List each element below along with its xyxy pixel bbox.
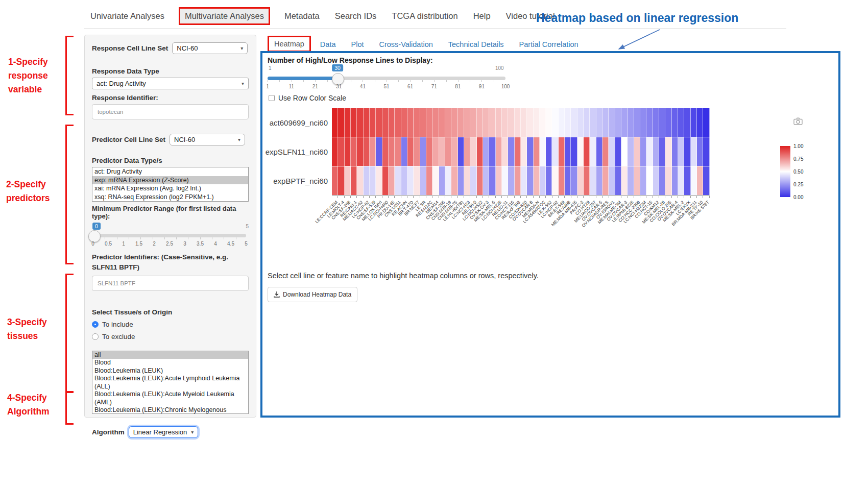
heatmap-cell[interactable] <box>640 108 646 137</box>
listbox-option[interactable]: xai: mRNA Expression (Avg. log2 Int.) <box>92 184 248 193</box>
heatmap-cell[interactable] <box>489 137 495 166</box>
heatmap-cell[interactable] <box>332 108 338 137</box>
heatmap-cell[interactable] <box>577 108 584 137</box>
heatmap-cell[interactable] <box>672 108 678 137</box>
heatmap-cell[interactable] <box>540 137 546 166</box>
listbox-option[interactable]: Blood:Leukemia (LEUK):Acute Myeloid Leuk… <box>92 391 248 406</box>
heatmap-cell[interactable] <box>678 108 684 137</box>
heatmap-cell[interactable] <box>678 137 684 166</box>
heatmap-cell[interactable] <box>634 137 640 166</box>
heatmap-cell[interactable] <box>432 108 439 137</box>
row-color-scale-checkbox[interactable]: Use Row Color Scale <box>269 94 346 102</box>
listbox-option[interactable]: Blood:Leukemia (LEUK) <box>92 367 248 375</box>
heatmap-cell[interactable] <box>665 166 671 195</box>
heatmap-cell[interactable] <box>571 108 577 137</box>
heatmap-cell[interactable] <box>615 166 621 195</box>
heatmap-cell[interactable] <box>345 166 351 195</box>
tissue-exclude-radio[interactable]: To exclude <box>92 333 249 340</box>
heatmap-cell[interactable] <box>389 166 395 195</box>
listbox-option[interactable]: Blood <box>92 359 248 367</box>
heatmap-cell[interactable] <box>703 108 709 137</box>
heatmap-cell[interactable] <box>483 137 489 166</box>
heatmap-cell[interactable] <box>432 137 439 166</box>
heatmap-cell[interactable] <box>364 166 370 195</box>
heatmap-cell[interactable] <box>559 166 565 195</box>
heatmap-cell[interactable] <box>521 137 527 166</box>
heatmap-cell[interactable] <box>439 137 445 166</box>
heatmap-cell[interactable] <box>672 166 678 195</box>
heatmap-cell[interactable] <box>364 108 370 137</box>
heatmap-cell[interactable] <box>496 166 502 195</box>
heatmap-row-label[interactable]: expSLFN11_nci60 <box>262 148 328 156</box>
response-data-type-select[interactable]: act: Drug Activity▾ <box>92 78 249 89</box>
heatmap-cell[interactable] <box>577 166 584 195</box>
heatmap-cell[interactable] <box>646 166 653 195</box>
heatmap-cell[interactable] <box>407 166 414 195</box>
heatmap-cell[interactable] <box>489 108 495 137</box>
heatmap-cell[interactable] <box>426 166 432 195</box>
heatmap-cell[interactable] <box>521 108 527 137</box>
heatmap-cell[interactable] <box>703 166 709 195</box>
heatmap-cell[interactable] <box>464 166 470 195</box>
heatmap-cell[interactable] <box>445 166 451 195</box>
heatmap-cell[interactable] <box>470 166 476 195</box>
heatmap-cell[interactable] <box>609 108 615 137</box>
download-heatmap-data-button[interactable]: Download Heatmap Data <box>268 287 357 302</box>
heatmap-cell[interactable] <box>596 137 602 166</box>
heatmap-cell[interactable] <box>596 108 602 137</box>
heatmap-cell[interactable] <box>451 108 457 137</box>
heatmap-cell[interactable] <box>477 166 483 195</box>
heatmap-cell[interactable] <box>665 108 671 137</box>
listbox-option[interactable]: Blood:Leukemia (LEUK):Chronic Myelogenou… <box>92 406 248 414</box>
heatmap-cell[interactable] <box>546 108 552 137</box>
heatmap-cell[interactable] <box>546 166 552 195</box>
heatmap-cell[interactable] <box>496 108 502 137</box>
heatmap-cell[interactable] <box>508 137 514 166</box>
heatmap-cell[interactable] <box>628 137 634 166</box>
heatmap-cell[interactable] <box>646 137 653 166</box>
heatmap-cell[interactable] <box>552 166 558 195</box>
heatmap-cell[interactable] <box>515 108 521 137</box>
listbox-option[interactable]: exp: mRNA Expression (Z-Score) <box>92 176 248 185</box>
heatmap-cell[interactable] <box>483 108 489 137</box>
heatmap-cell[interactable] <box>602 166 609 195</box>
tissue-include-radio[interactable]: To include <box>92 321 249 328</box>
tab-cross-validation[interactable]: Cross-Validation <box>373 37 439 52</box>
nav-item-multivariate-analyses[interactable]: Multivariate Analyses <box>179 7 270 25</box>
heatmap-cell[interactable] <box>401 108 407 137</box>
heatmap-cell[interactable] <box>565 137 571 166</box>
heatmap-cell[interactable] <box>672 137 678 166</box>
heatmap-grid[interactable] <box>332 108 710 196</box>
heatmap-cell[interactable] <box>376 137 382 166</box>
listbox-option[interactable]: all <box>92 351 248 359</box>
heatmap-cell[interactable] <box>684 137 690 166</box>
heatmap-cell[interactable] <box>364 137 370 166</box>
heatmap-cell[interactable] <box>590 108 596 137</box>
heatmap-cell[interactable] <box>534 137 540 166</box>
heatmap-cell[interactable] <box>621 108 628 137</box>
heatmap-cell[interactable] <box>382 108 389 137</box>
predictor-identifiers-input[interactable] <box>92 276 249 291</box>
heatmap-cell[interactable] <box>345 108 351 137</box>
heatmap-cell[interactable] <box>451 137 457 166</box>
heatmap-cell[interactable] <box>609 166 615 195</box>
heatmap-cell[interactable] <box>351 137 357 166</box>
heatmap-cell[interactable] <box>420 166 426 195</box>
heatmap-cell[interactable] <box>527 166 533 195</box>
heatmap-cell[interactable] <box>420 137 426 166</box>
heatmap-cell[interactable] <box>659 166 665 195</box>
heatmap-cell[interactable] <box>496 137 502 166</box>
heatmap-cell[interactable] <box>477 108 483 137</box>
heatmap-cell[interactable] <box>703 137 709 166</box>
heatmap-cell[interactable] <box>489 166 495 195</box>
heatmap-cell[interactable] <box>407 108 414 137</box>
heatmap-cell[interactable] <box>395 166 401 195</box>
heatmap-cell[interactable] <box>414 137 420 166</box>
heatmap-cell[interactable] <box>653 108 659 137</box>
heatmap-cell[interactable] <box>332 166 338 195</box>
heatmap-cell[interactable] <box>345 137 351 166</box>
heatmap-cell[interactable] <box>376 108 382 137</box>
heatmap-cell[interactable] <box>426 137 432 166</box>
heatmap-cell[interactable] <box>615 108 621 137</box>
tab-data[interactable]: Data <box>314 37 342 52</box>
